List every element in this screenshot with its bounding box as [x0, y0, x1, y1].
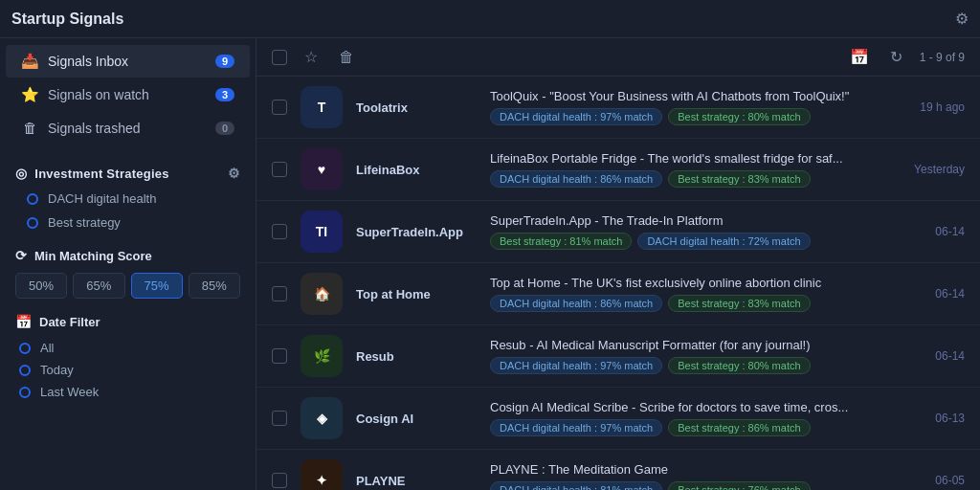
sidebar: 📥 Signals Inbox 9 ⭐ Signals on watch 3 🗑… [0, 38, 256, 490]
signal-tag: DACH digital health : 72% match [637, 233, 810, 250]
calendar-icon: 📅 [15, 314, 32, 329]
select-all-checkbox[interactable] [272, 50, 287, 65]
strategy-dot-dach [27, 193, 38, 205]
signal-tag: Best strategy : 80% match [668, 108, 810, 125]
signal-row[interactable]: 🌿 Resub Resub - AI Medical Manuscript Fo… [256, 325, 980, 388]
investment-gear-icon[interactable]: ⚙ [228, 166, 240, 181]
signal-avatar: ♥ [301, 148, 343, 190]
signal-checkbox[interactable] [272, 162, 287, 177]
signal-company: LifeinaBox [356, 163, 480, 177]
settings-icon[interactable]: ⚙ [955, 10, 969, 28]
strategy-item-dach[interactable]: DACH digital health [0, 187, 256, 211]
signal-date: 06-14 [898, 287, 965, 301]
signal-title: Cosign AI Medical Scribe - Scribe for do… [490, 400, 884, 414]
signal-checkbox[interactable] [272, 100, 287, 115]
score-75[interactable]: 75% [131, 273, 183, 299]
signal-row[interactable]: TI SuperTradeIn.App SuperTradeIn.App - T… [256, 201, 980, 263]
signal-date: 06-14 [898, 225, 965, 238]
top-bar: Startup Signals ⚙ [0, 0, 980, 38]
date-dot-lastweek [19, 387, 31, 398]
date-option-all[interactable]: All [15, 337, 240, 359]
signal-avatar: ✦ [301, 459, 343, 490]
date-dot-all [19, 343, 31, 354]
score-icon: ⟳ [15, 248, 27, 263]
trashed-badge: 0 [215, 122, 234, 135]
date-option-today[interactable]: Today [15, 359, 240, 381]
signal-date: 06-05 [898, 474, 965, 487]
signal-company: PLAYNE [356, 474, 480, 488]
filter-icon: ◎ [15, 166, 27, 181]
date-title: 📅 Date Filter [15, 314, 240, 329]
strategy-item-best[interactable]: Best strategy [0, 211, 256, 234]
signal-row[interactable]: T Toolatrix ToolQuix - "Boost Your Busin… [256, 77, 980, 139]
score-85[interactable]: 85% [189, 273, 240, 299]
signal-info: Top at Home - The UK's fist exclusively … [490, 276, 884, 312]
signal-tag: DACH digital health : 97% match [490, 419, 662, 436]
sidebar-item-trashed[interactable]: 🗑 Signals trashed 0 [6, 112, 250, 144]
watch-badge: 3 [215, 88, 234, 101]
signal-avatar: T [301, 86, 343, 128]
signal-company: Resub [356, 349, 480, 364]
signal-title: Resub - AI Medical Manuscript Formatter … [490, 338, 884, 352]
signal-row[interactable]: ✦ PLAYNE PLAYNE : The Meditation Game DA… [256, 450, 980, 490]
sidebar-item-inbox[interactable]: 📥 Signals Inbox 9 [6, 45, 250, 78]
signal-info: ToolQuix - "Boost Your Business with AI … [490, 89, 884, 125]
pager-text: 1 - 9 of 9 [920, 51, 965, 64]
signal-row[interactable]: ◈ Cosign AI Cosign AI Medical Scribe - S… [256, 388, 980, 450]
signal-tags: DACH digital health : 97% matchBest stra… [490, 108, 884, 125]
main-layout: 📥 Signals Inbox 9 ⭐ Signals on watch 3 🗑… [0, 38, 980, 490]
signal-tags: DACH digital health : 81% matchBest stra… [490, 481, 884, 490]
signal-tag: Best strategy : 81% match [490, 233, 632, 250]
signal-tags: Best strategy : 81% matchDACH digital he… [490, 233, 884, 250]
refresh-toolbar-icon[interactable]: ↻ [886, 46, 906, 68]
sidebar-item-watch[interactable]: ⭐ Signals on watch 3 [6, 78, 250, 111]
trashed-label: Signals trashed [48, 121, 215, 136]
trash-toolbar-icon[interactable]: 🗑 [335, 47, 358, 68]
content-area: ☆ 🗑 📅 ↻ 1 - 9 of 9 T Toolatrix ToolQuix … [256, 38, 980, 490]
signal-tags: DACH digital health : 86% matchBest stra… [490, 170, 884, 188]
score-65[interactable]: 65% [73, 273, 124, 299]
signal-title: SuperTradeIn.App - The Trade-In Platform [490, 213, 884, 228]
signal-checkbox[interactable] [272, 473, 287, 488]
signal-checkbox[interactable] [272, 348, 287, 364]
date-section: 📅 Date Filter All Today Last Week [0, 306, 256, 411]
signal-row[interactable]: 🏠 Top at Home Top at Home - The UK's fis… [256, 263, 980, 325]
signal-company: SuperTradeIn.App [356, 225, 480, 239]
inbox-badge: 9 [215, 55, 234, 68]
signal-tag: Best strategy : 83% match [668, 295, 810, 312]
signal-tag: DACH digital health : 81% match [490, 481, 662, 490]
investment-section: ◎ Investment Strategies ⚙ DACH digital h… [0, 150, 256, 240]
signal-date: 19 h ago [898, 100, 965, 114]
signal-tags: DACH digital health : 97% matchBest stra… [490, 357, 884, 374]
signal-checkbox[interactable] [272, 411, 287, 426]
signal-row[interactable]: ♥ LifeinaBox LifeinaBox Portable Fridge … [256, 139, 980, 201]
strategy-dot-best [27, 217, 38, 229]
star-toolbar-icon[interactable]: ☆ [301, 46, 322, 68]
signal-tags: DACH digital health : 86% matchBest stra… [490, 295, 884, 312]
date-option-lastweek[interactable]: Last Week [15, 381, 240, 403]
nav-section: 📥 Signals Inbox 9 ⭐ Signals on watch 3 🗑… [0, 38, 256, 150]
signals-list: T Toolatrix ToolQuix - "Boost Your Busin… [256, 77, 980, 490]
signal-title: PLAYNE : The Meditation Game [490, 462, 884, 477]
inbox-icon: 📥 [21, 53, 38, 70]
signal-avatar: 🏠 [301, 273, 343, 315]
signal-checkbox[interactable] [272, 286, 287, 301]
signal-tag: Best strategy : 80% match [668, 357, 810, 374]
signal-company: Toolatrix [356, 100, 480, 115]
signal-info: Resub - AI Medical Manuscript Formatter … [490, 338, 884, 374]
date-dot-today [19, 365, 31, 376]
signal-avatar: 🌿 [301, 335, 343, 377]
score-buttons: 50% 65% 75% 85% [15, 273, 240, 299]
trash-icon: 🗑 [21, 120, 38, 136]
inbox-label: Signals Inbox [48, 54, 215, 69]
score-50[interactable]: 50% [15, 273, 67, 299]
signal-date: Yesterday [898, 163, 965, 176]
score-title: ⟳ Min Matching Score [15, 248, 240, 263]
score-section: ⟳ Min Matching Score 50% 65% 75% 85% [0, 240, 256, 306]
signal-tag: Best strategy : 86% match [668, 419, 810, 436]
signal-avatar: ◈ [301, 397, 343, 439]
calendar-toolbar-icon[interactable]: 📅 [846, 46, 873, 68]
watch-label: Signals on watch [48, 87, 215, 102]
signal-info: SuperTradeIn.App - The Trade-In Platform… [490, 213, 884, 250]
signal-checkbox[interactable] [272, 224, 287, 239]
